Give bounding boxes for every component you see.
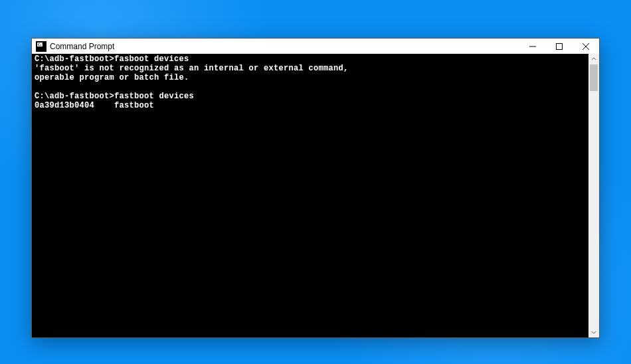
maximize-icon xyxy=(556,43,563,50)
maximize-button[interactable] xyxy=(546,39,573,54)
terminal-line: operable program or batch file. xyxy=(35,73,189,82)
scroll-down-button[interactable] xyxy=(588,327,599,337)
scrollbar[interactable] xyxy=(588,54,599,337)
titlebar[interactable]: Command Prompt xyxy=(32,39,599,54)
scroll-track[interactable] xyxy=(588,64,599,327)
terminal-line: 0a39d13b0404 fastboot xyxy=(35,101,154,110)
terminal-line: 'fasboot' is not recognized as an intern… xyxy=(35,64,349,73)
minimize-icon xyxy=(529,43,536,50)
close-icon xyxy=(583,43,589,50)
scroll-up-button[interactable] xyxy=(588,54,599,64)
terminal-output[interactable]: C:\adb-fastboot>fasboot devices 'fasboot… xyxy=(32,54,588,337)
close-button[interactable] xyxy=(573,39,599,54)
terminal-line: C:\adb-fastboot>fastboot devices xyxy=(35,92,194,101)
window-title: Command Prompt xyxy=(50,42,519,51)
terminal-line: C:\adb-fastboot>fasboot devices xyxy=(35,54,189,64)
svg-rect-1 xyxy=(557,43,563,49)
terminal-container: C:\adb-fastboot>fasboot devices 'fasboot… xyxy=(32,54,599,337)
minimize-button[interactable] xyxy=(519,39,546,54)
scroll-thumb[interactable] xyxy=(590,64,598,91)
window-controls xyxy=(519,39,599,54)
chevron-up-icon xyxy=(591,56,596,62)
cmd-icon xyxy=(36,41,46,52)
chevron-down-icon xyxy=(591,329,596,335)
command-prompt-window: Command Prompt C:\adb-fastboot>fasboot d xyxy=(31,38,600,338)
